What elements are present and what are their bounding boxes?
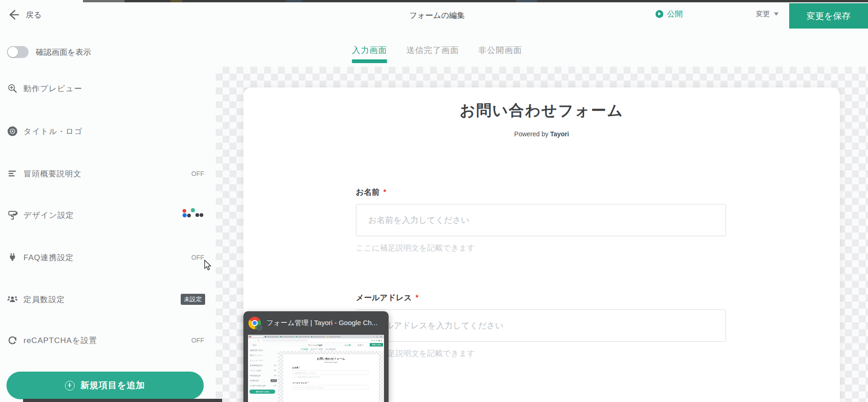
background-window-edge	[83, 0, 868, 2]
plus-circle-icon	[65, 381, 75, 390]
field-email: メールアドレス* ここに補足説明文を記載できます	[356, 292, 726, 359]
sidebar-item-faq[interactable]: FAQ連携設定 OFF	[0, 250, 216, 265]
people-icon	[7, 294, 18, 305]
recaptcha-icon	[7, 335, 18, 346]
back-label: 戻る	[26, 10, 41, 20]
publish-button[interactable]: 公開	[655, 9, 683, 19]
required-asterisk: *	[415, 294, 418, 302]
sidebar-item-design[interactable]: デザイン設定	[0, 207, 216, 223]
confirm-screen-toggle-row: 確認画面を表示	[7, 46, 91, 58]
zoom-in-icon	[7, 83, 18, 94]
mouse-cursor	[204, 260, 214, 273]
mini-tab-strip: – ▢ ✕	[248, 335, 384, 338]
tab-private-screen[interactable]: 非公開画面	[478, 45, 522, 56]
brand-name: Tayori	[550, 130, 569, 138]
save-changes-button[interactable]: 変更を保存	[789, 3, 868, 29]
field-helper-text: ここに補足説明文を記載できます	[356, 348, 726, 359]
mini-app-header: ← 戻る フォームの編集 ● 公開 変更 ▾ 変更を保存	[248, 343, 384, 347]
header: 戻る フォームの編集 公開 変更 変更を保存	[0, 2, 868, 29]
form-title: お問い合わせフォーム	[243, 100, 840, 121]
status-badge: 未設定	[181, 294, 205, 305]
sidebar-item-title-logo[interactable]: タイトル・ロゴ	[0, 123, 216, 139]
powered-by: Powered by Tayori	[243, 130, 840, 138]
sidebar-item-preview[interactable]: 動作プレビュー	[0, 81, 216, 96]
sidebar-item-capacity[interactable]: 定員数設定 未設定	[0, 291, 216, 307]
publish-label: 公開	[667, 9, 683, 19]
chevron-down-icon	[774, 12, 779, 16]
screen-tabs: 入力画面 送信完了画面 非公開画面	[352, 45, 522, 56]
name-input[interactable]	[356, 204, 726, 236]
field-label-row: メールアドレス*	[356, 292, 726, 303]
change-label: 変更	[756, 10, 770, 18]
paint-roller-icon	[7, 210, 18, 221]
text-lines-icon	[7, 168, 18, 179]
add-button-label: 新規項目を追加	[80, 379, 145, 391]
mini-form-card: お問い合わせフォーム Powered by Tayori お名前 * お名前を入…	[283, 354, 379, 402]
thumbnail-titlebar: フォーム管理 | Tayori - Google Ch...	[243, 311, 389, 335]
sidebar-item-recaptcha[interactable]: reCAPTCHAを設置 OFF	[0, 332, 216, 348]
thumbnail-window-title: フォーム管理 | Tayori - Google Ch...	[266, 319, 378, 327]
gear-icon	[7, 126, 18, 137]
design-loading-dots	[182, 208, 206, 220]
change-dropdown[interactable]: 変更	[756, 10, 779, 18]
email-input[interactable]	[356, 309, 726, 342]
thumbnail-screenshot: – ▢ ✕ ← → ⟳ ← 戻る フォームの編集 ● 公開 変更 ▾ 変更を保存…	[248, 335, 384, 402]
toggle-switch[interactable]	[7, 46, 29, 58]
sidebar: 確認画面を表示 動作プレビュー タイトル・ロゴ 冒頭概要説明文 OFF デザイン…	[0, 29, 216, 402]
tab-complete-screen[interactable]: 送信完了画面	[407, 45, 459, 56]
required-asterisk: *	[383, 188, 386, 196]
field-name: お名前* ここに補足説明文を記載できます	[356, 187, 726, 253]
play-circle-icon	[655, 10, 663, 18]
field-helper-text: ここに補足説明文を記載できます	[356, 243, 726, 253]
sidebar-item-intro-text[interactable]: 冒頭概要説明文 OFF	[0, 166, 216, 181]
toggle-label: 確認画面を表示	[36, 47, 91, 58]
tab-input-screen[interactable]: 入力画面	[352, 45, 387, 56]
arrow-left-icon	[7, 9, 19, 21]
back-button[interactable]: 戻る	[7, 9, 41, 21]
field-label: メールアドレス	[356, 293, 412, 302]
status-off: OFF	[191, 170, 204, 177]
toggle-knob	[8, 47, 18, 57]
mini-checker: お問い合わせフォーム Powered by Tayori お名前 * お名前を入…	[278, 351, 384, 402]
profile-badge-icon	[256, 325, 262, 331]
chrome-window-thumbnail[interactable]: フォーム管理 | Tayori - Google Ch... – ▢ ✕ ← →…	[243, 311, 389, 402]
plug-icon	[7, 252, 18, 263]
add-new-item-button[interactable]: 新規項目を追加	[6, 372, 204, 399]
page-title: フォームの編集	[409, 10, 465, 21]
status-off: OFF	[191, 254, 204, 261]
field-label-row: お名前*	[356, 187, 726, 198]
background-window-edge-bottom	[23, 399, 222, 402]
mini-sidebar: 確認画面を表示 動作プレビュー タイトル・ロゴ 冒頭概要説明文OFF デザイン設…	[248, 348, 278, 402]
mini-toolbar: ← → ⟳	[248, 338, 384, 343]
field-label: お名前	[356, 188, 379, 197]
status-off: OFF	[191, 337, 204, 344]
chrome-icon	[248, 317, 261, 329]
